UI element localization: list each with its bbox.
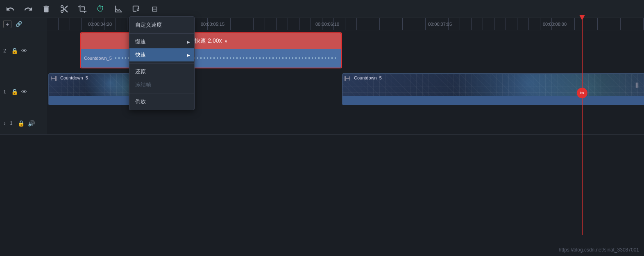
audio-note-icon: ♪	[3, 120, 6, 126]
film-icon-2: 🎞	[344, 75, 351, 83]
clip-2-thumbnail: 🎞 Countdown_5 ⏸	[342, 74, 644, 96]
speed-clip-label: Countdown_5	[84, 56, 112, 61]
undo-button[interactable]	[5, 4, 16, 14]
speed-button[interactable]: ⏱	[95, 4, 106, 14]
add-track-button[interactable]: +	[3, 20, 11, 28]
submenu-arrow-slow: ▶	[187, 40, 190, 44]
clip-2-label: Countdown_5	[354, 75, 382, 80]
menu-freeze-frame: 冻结帧	[129, 78, 194, 91]
timestamp-5: 00:00:08:00	[543, 22, 567, 27]
timestamp-3: 00:00:06:10	[315, 22, 339, 27]
speed-chevron-icon: ∨	[224, 39, 227, 43]
track-2-controls: 2 🔒 👁	[0, 30, 47, 71]
menu-divider-1	[129, 33, 194, 34]
track-1-row: 1 🔒 👁 🎞 Countdown_5 🎞 Countdown_5 ⏸	[0, 71, 644, 112]
timeline-header: + 🔗 00:00:04:20 00:00:05:15 00:00:06:10 …	[0, 18, 644, 30]
track-1-lock-icon[interactable]: 🔒	[11, 88, 18, 95]
watermark: https://blog.csdn.net/sinat_33087001	[559, 247, 639, 253]
audio-1-row: ♪ 1 🔒 🔊	[0, 112, 644, 135]
audio-1-controls: ♪ 1 🔒 🔊	[0, 112, 47, 134]
track-2-label: 2	[3, 48, 6, 54]
clip-2-audio-bar	[342, 96, 644, 105]
cut-button[interactable]	[59, 4, 70, 14]
speed-clip-strip: Countdown_5	[81, 49, 341, 68]
audio-1-lock-icon[interactable]: 🔒	[18, 120, 25, 127]
speed-selection-box: 快速 2.00x ∨ Countdown_5	[80, 32, 342, 68]
menu-divider-2	[129, 63, 194, 63]
menu-fast[interactable]: 快速 ▶	[129, 48, 194, 61]
track-2-row: 2 🔒 👁 快速 2.00x ∨ Countdown_5	[0, 30, 644, 71]
submenu-arrow-fast: ▶	[187, 53, 190, 57]
timestamp-4: 00:00:07:05	[428, 22, 452, 27]
menu-reverse[interactable]: 倒放	[129, 95, 194, 108]
redo-button[interactable]	[23, 4, 34, 14]
crop-button[interactable]	[77, 4, 88, 14]
audio-1-label: 1	[10, 120, 13, 126]
track-1-clip-2[interactable]: 🎞 Countdown_5 ⏸	[342, 73, 644, 105]
track-1-eye-icon[interactable]: 👁	[21, 88, 27, 95]
menu-restore[interactable]: 还原	[129, 65, 194, 78]
speed-bar[interactable]: 快速 2.00x ∨	[81, 33, 341, 49]
delete-button[interactable]	[41, 4, 52, 14]
link-button[interactable]: 🔗	[15, 20, 23, 28]
audio-1-volume-icon[interactable]: 🔊	[28, 120, 35, 127]
track-controls-header: + 🔗	[0, 18, 47, 30]
curve-button[interactable]	[113, 4, 124, 14]
adjust-button[interactable]: ⊟	[149, 4, 160, 14]
track-2-eye-icon[interactable]: 👁	[21, 48, 27, 54]
context-menu: 自定义速度 慢速 ▶ 快速 ▶ 还原 冻结帧 倒放	[129, 16, 195, 110]
track-1-label: 1	[3, 89, 6, 95]
timestamp-1: 00:00:04:20	[88, 22, 112, 27]
track-2-lock-icon[interactable]: 🔒	[11, 48, 18, 54]
audio-1-content[interactable]	[47, 112, 644, 134]
track-1-controls: 1 🔒 👁	[0, 71, 47, 112]
menu-divider-3	[129, 93, 194, 93]
export-button[interactable]	[131, 4, 142, 14]
timestamp-2: 00:00:05:15	[201, 22, 224, 27]
speed-label: 快速 2.00x	[195, 37, 222, 45]
menu-slow[interactable]: 慢速 ▶	[129, 35, 194, 48]
clip-1-label: Countdown_5	[60, 75, 88, 80]
pause-icon: ⏸	[633, 81, 641, 89]
toolbar: ⏱ ⊟	[0, 0, 644, 18]
menu-custom-speed[interactable]: 自定义速度	[129, 18, 194, 32]
film-icon: 🎞	[50, 75, 57, 83]
